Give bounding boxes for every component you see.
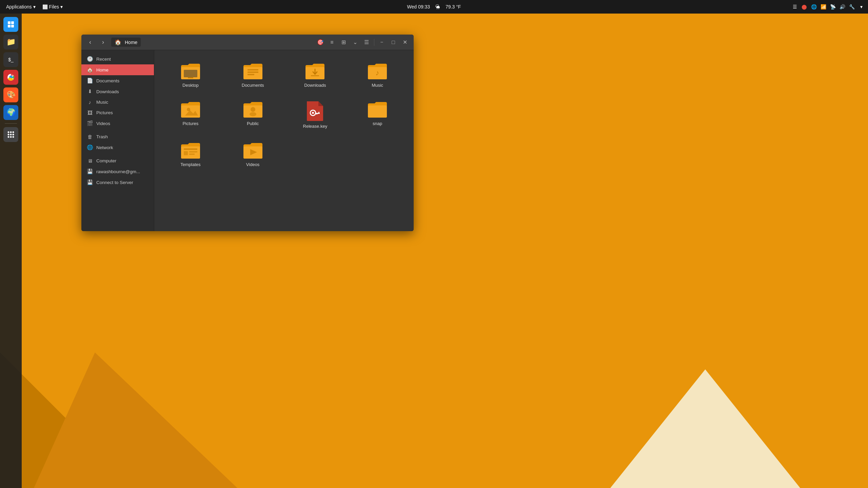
- maximize-btn[interactable]: □: [389, 38, 398, 47]
- sidebar-sep-1: [81, 129, 154, 131]
- svg-rect-35: [316, 113, 317, 115]
- sidebar-item-music[interactable]: ♪ Music: [81, 97, 154, 107]
- bluetooth-icon[interactable]: 📡: [829, 3, 836, 10]
- dock-browser[interactable]: 🌍: [3, 105, 18, 120]
- sidebar-item-videos[interactable]: 🎬 Videos: [81, 118, 154, 129]
- templates-folder-icon: [180, 142, 201, 159]
- sidebar-item-trash[interactable]: 🗑 Trash: [81, 131, 154, 142]
- grid-view-btn[interactable]: ⊞: [339, 38, 348, 47]
- location-btn[interactable]: 🎯: [316, 38, 325, 47]
- notes-icon[interactable]: ☰: [791, 3, 798, 10]
- sort-btn[interactable]: ⌄: [350, 38, 360, 47]
- dock-app1[interactable]: 🎨: [3, 87, 18, 102]
- sidebar-item-network[interactable]: 🌐 Network: [81, 142, 154, 153]
- svg-rect-38: [184, 148, 197, 150]
- sidebar-item-documents[interactable]: 📄 Documents: [81, 75, 154, 86]
- close-btn[interactable]: ✕: [400, 38, 410, 47]
- public-folder-icon: [243, 101, 263, 118]
- titlebar-divider: [374, 39, 374, 46]
- sidebar-label-documents: Documents: [96, 78, 119, 83]
- dock-software-center[interactable]: [3, 17, 18, 32]
- folder-public[interactable]: Public: [223, 95, 282, 133]
- back-button[interactable]: ‹: [85, 38, 95, 47]
- file-release-key[interactable]: Release.key: [286, 95, 345, 133]
- videos-icon: 🎬: [87, 120, 93, 126]
- public-label: Public: [247, 121, 259, 126]
- dock-chrome[interactable]: [3, 70, 18, 85]
- documents-icon: 📄: [87, 78, 93, 84]
- dropdown-icon[interactable]: ▾: [858, 3, 865, 10]
- breadcrumb: 🏠 Home: [111, 38, 141, 47]
- sidebar-label-computer: Computer: [96, 158, 116, 163]
- sidebar-label-network: Network: [96, 145, 113, 150]
- wifi-icon[interactable]: 📶: [820, 3, 827, 10]
- dock-terminal-icon: $_: [8, 57, 14, 62]
- music-folder-icon: ♪: [367, 62, 388, 80]
- temperature: 79.3 °F: [446, 4, 461, 9]
- dock-files[interactable]: 📁: [3, 35, 18, 49]
- folder-pictures[interactable]: Pictures: [161, 95, 220, 133]
- system-icon[interactable]: 🔧: [848, 3, 855, 10]
- svg-rect-1: [11, 21, 14, 24]
- svg-rect-3: [11, 25, 14, 27]
- dock-app1-icon: 🎨: [6, 90, 16, 99]
- network-icon: 🌐: [87, 144, 93, 150]
- dock-terminal[interactable]: $_: [3, 52, 18, 67]
- forward-button[interactable]: ›: [98, 38, 108, 47]
- menu-btn[interactable]: ☰: [362, 38, 371, 47]
- dock: 📁 $_ 🎨 🌍: [0, 14, 22, 488]
- server-icon: 💾: [87, 179, 93, 185]
- applications-menu[interactable]: Applications ▾: [3, 3, 38, 11]
- folder-downloads[interactable]: Downloads: [286, 57, 345, 92]
- svg-rect-19: [248, 69, 258, 70]
- sidebar: 🕐 Recent 🏠 Home 📄 Documents ⬇ Downloads …: [81, 50, 154, 231]
- applications-label: Applications: [6, 4, 32, 9]
- sidebar-item-computer[interactable]: 🖥 Computer: [81, 156, 154, 166]
- svg-rect-16: [184, 70, 197, 77]
- stop-icon[interactable]: ⬤: [801, 3, 808, 10]
- recent-icon: 🕐: [87, 56, 93, 62]
- pictures-folder-icon: [180, 101, 201, 118]
- sidebar-item-connect-server[interactable]: 💾 Connect to Server: [81, 177, 154, 188]
- svg-rect-39: [184, 151, 188, 155]
- desktop-label: Desktop: [182, 83, 199, 88]
- files-menu[interactable]: ⬜ Files ▾: [40, 3, 66, 11]
- datetime: Wed 09:33: [407, 4, 430, 9]
- sidebar-label-trash: Trash: [96, 134, 108, 139]
- svg-rect-21: [248, 74, 254, 75]
- svg-point-29: [251, 107, 255, 112]
- titlebar: ‹ › 🏠 Home 🎯 ≡ ⊞ ⌄ ☰ － □ ✕: [81, 35, 414, 50]
- sidebar-item-account[interactable]: 💾 rawashbourne@gm...: [81, 166, 154, 177]
- svg-point-11: [13, 134, 14, 136]
- folder-music[interactable]: ♪ Music: [348, 57, 407, 92]
- desktop-folder-icon: [180, 62, 201, 80]
- svg-point-14: [13, 136, 14, 138]
- folder-videos[interactable]: Videos: [223, 136, 282, 171]
- svg-rect-18: [243, 67, 262, 79]
- folder-documents[interactable]: Documents: [223, 57, 282, 92]
- weather-icon: 🌦: [435, 4, 440, 9]
- svg-point-13: [10, 136, 12, 138]
- chrome-icon[interactable]: 🌐: [810, 3, 817, 10]
- svg-point-10: [10, 134, 12, 136]
- documents-label: Documents: [242, 83, 264, 88]
- list-view-btn[interactable]: ≡: [327, 38, 337, 47]
- files-label: Files: [49, 4, 59, 9]
- trash-icon: 🗑: [87, 134, 93, 140]
- volume-icon[interactable]: 🔊: [839, 3, 846, 10]
- dock-browser-icon: 🌍: [6, 108, 16, 117]
- dock-app-grid[interactable]: [3, 127, 18, 142]
- folder-snap[interactable]: snap: [348, 95, 407, 133]
- templates-label: Templates: [180, 162, 200, 167]
- sidebar-label-account: rawashbourne@gm...: [96, 169, 140, 174]
- pictures-icon: 🖼: [87, 110, 93, 116]
- sidebar-item-recent[interactable]: 🕐 Recent: [81, 54, 154, 64]
- sidebar-item-home[interactable]: 🏠 Home: [81, 64, 154, 75]
- file-manager-window: ‹ › 🏠 Home 🎯 ≡ ⊞ ⌄ ☰ － □ ✕ 🕐 Recent: [81, 35, 414, 231]
- sidebar-item-downloads[interactable]: ⬇ Downloads: [81, 86, 154, 97]
- folder-templates[interactable]: Templates: [161, 136, 220, 171]
- sidebar-item-pictures[interactable]: 🖼 Pictures: [81, 107, 154, 118]
- svg-rect-40: [189, 151, 197, 152]
- minimize-btn[interactable]: －: [377, 38, 387, 47]
- folder-desktop[interactable]: Desktop: [161, 57, 220, 92]
